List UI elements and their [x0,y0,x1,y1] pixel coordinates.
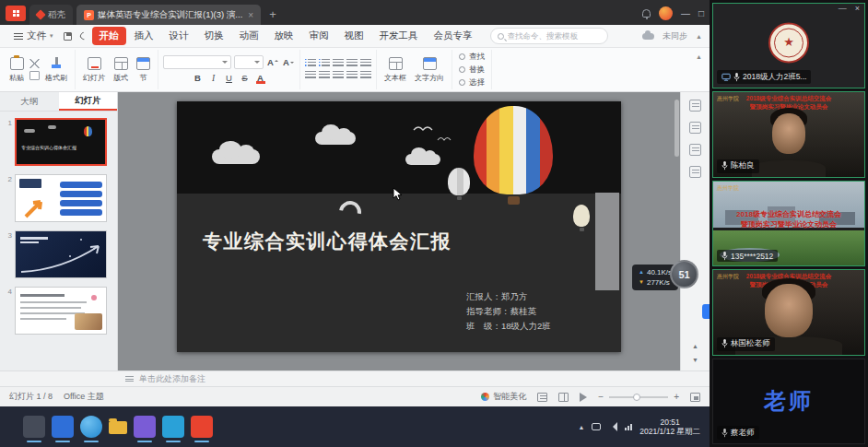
taskbar-app-icon-1[interactable] [23,416,45,438]
zoom-in-icon[interactable]: + [674,392,679,402]
new-slide-button[interactable]: 幻灯片 [80,55,108,85]
increase-indent-icon[interactable] [346,59,358,68]
start-button[interactable] [6,418,17,435]
speaker-icon[interactable] [608,422,617,431]
menu-tab-view[interactable]: 视图 [337,27,371,45]
decrease-indent-icon[interactable] [333,59,344,68]
network-icon[interactable] [625,424,632,430]
tray-expand-icon[interactable]: ▲ [578,424,584,430]
notes-bar[interactable]: 单击此处添加备注 [0,371,710,386]
taskbar-app-icon-3[interactable] [134,416,156,438]
assistant-float-ball[interactable]: 51 [670,260,698,288]
taskbar-app-icon-4[interactable] [162,416,184,438]
cut-icon[interactable] [29,59,40,68]
align-right-icon[interactable] [333,71,344,80]
numbered-list-icon[interactable] [319,59,330,68]
justify-icon[interactable] [346,71,358,80]
menu-tab-insert[interactable]: 插入 [127,27,161,45]
select-button[interactable]: 选择 [457,77,487,88]
replace-button[interactable]: 替换 [457,65,487,76]
slide-info-text[interactable]: 汇报人：郑乃方 指导老师：蔡桂英 班 级：18级人力2班 [466,289,551,334]
find-button[interactable]: 查找 [457,52,487,63]
columns-icon[interactable] [360,71,371,80]
participant-tile-caiteacher[interactable]: 老师 蔡老师 [712,359,865,444]
taskbar-app-icon-2[interactable] [52,416,74,438]
section-button[interactable]: 节 [134,55,153,85]
slide-thumbnail-3[interactable] [15,230,107,278]
save-icon[interactable] [61,29,76,43]
italic-button[interactable]: I [207,72,220,85]
menu-tab-design[interactable]: 设计 [162,27,196,45]
outline-tab[interactable]: 大纲 [0,92,59,111]
normal-view-icon[interactable] [537,393,547,402]
decrease-font-button[interactable]: A [282,55,295,68]
message-tray-icon[interactable] [592,423,601,430]
next-slide-icon[interactable]: ▼ [692,357,698,363]
zoom-slider-thumb[interactable] [633,394,640,401]
copy-icon[interactable] [29,71,40,80]
file-menu-button[interactable]: 文件 ▾ [7,27,60,45]
menu-tab-devtools[interactable]: 开发工具 [372,27,426,45]
tab-docer[interactable]: 稻壳 [29,5,73,25]
ribbon-collapse-icon[interactable]: ▲ [690,50,708,64]
font-size-select[interactable] [234,55,264,69]
window-minimize-icon[interactable]: — [681,9,690,18]
animation-pane-icon[interactable] [689,166,701,178]
previous-slide-icon[interactable]: ▲ [692,343,698,349]
zoom-slider[interactable] [609,396,668,398]
taskbar-clock[interactable]: 20:51 2021/1/12 星期二 [639,418,700,437]
align-center-icon[interactable] [319,71,330,80]
text-direction-button[interactable]: 文字方向 [412,55,447,85]
menu-tab-review[interactable]: 审阅 [302,27,336,45]
meeting-minimize-icon[interactable]: — [839,4,847,13]
notification-bell-icon[interactable] [642,9,651,18]
user-avatar[interactable] [659,6,673,20]
menu-tab-member[interactable]: 会员专享 [427,27,480,45]
participant-tile-linguosong[interactable]: 2018级专业综合实训总结交流会 暨顶岗实习暨毕业论文动员会 惠州学院 林国松老… [712,269,865,355]
format-pane-icon[interactable] [689,144,701,156]
zoom-out-icon[interactable]: − [598,392,604,402]
tab-document[interactable]: P 媒体英语专业综合实训汇报(1)(3) 演... × [76,5,261,25]
slide-thumbnail-1[interactable]: 专业综合实训心得体会汇报 [15,118,107,166]
participant-tile-phone[interactable]: 惠州学院 2018级专业综合实训总结交流会 暨顶岗实习暨毕业论文动员会 135*… [712,181,865,266]
font-color-button[interactable]: A [254,72,267,85]
browser-icon[interactable] [80,416,102,438]
participant-tile-class[interactable]: ★ 2018级人力2班5... [712,3,865,88]
participant-tile-chenbailiang[interactable]: 2018级专业综合实训总结交流会 暨顶岗实习暨毕业论文动员会 惠州学院 陈柏良 [712,91,865,177]
bold-button[interactable]: B [192,72,205,85]
underline-button[interactable]: U [223,72,236,85]
slide-title-text[interactable]: 专业综合实训心得体会汇报 [203,229,452,254]
file-explorer-icon[interactable] [109,421,127,434]
text-box-button[interactable]: 文本框 [381,55,409,85]
menu-tab-home[interactable]: 开始 [92,27,126,45]
menu-tab-slideshow[interactable]: 放映 [267,27,301,45]
font-family-select[interactable] [163,55,231,69]
slideshow-view-icon[interactable] [580,393,587,402]
paste-button[interactable]: 粘贴 [6,55,27,85]
line-spacing-icon[interactable] [360,59,371,68]
wps-home-button[interactable] [6,6,26,21]
cloud-sync-icon[interactable] [642,33,654,40]
slide-stage[interactable]: 专业综合实训心得体会汇报 汇报人：郑乃方 指导老师：蔡桂英 班 级：18级人力2… [177,101,621,352]
slide-thumbnail-4[interactable] [15,287,107,335]
window-maximize-icon[interactable]: □ [698,9,704,18]
tab-close-icon[interactable]: × [248,10,253,20]
command-search-box[interactable] [490,28,608,44]
menu-tab-animation[interactable]: 动画 [232,27,266,45]
undo-icon[interactable] [76,29,91,43]
properties-pane-icon[interactable] [689,100,701,112]
slide-canvas[interactable]: 专业综合实训心得体会汇报 汇报人：郑乃方 指导老师：蔡桂英 班 级：18级人力2… [118,92,680,371]
bullet-list-icon[interactable] [305,59,316,68]
slide-thumbnail-2[interactable] [15,174,107,222]
menu-tab-transition[interactable]: 切换 [197,27,231,45]
smart-beautify-button[interactable]: 智能美化 [481,391,526,403]
strikethrough-button[interactable]: S [239,72,252,85]
command-search-input[interactable] [508,31,601,41]
canvas-scrollbar[interactable] [674,100,679,157]
format-painter-button[interactable]: 格式刷 [42,55,70,85]
slide-sorter-view-icon[interactable] [558,393,569,402]
collapse-ribbon-chevron-icon[interactable]: ▲ [696,33,702,40]
panel-collapse-handle[interactable] [702,304,710,319]
meeting-close-icon[interactable]: × [855,4,860,13]
fit-slide-icon[interactable] [690,393,700,402]
